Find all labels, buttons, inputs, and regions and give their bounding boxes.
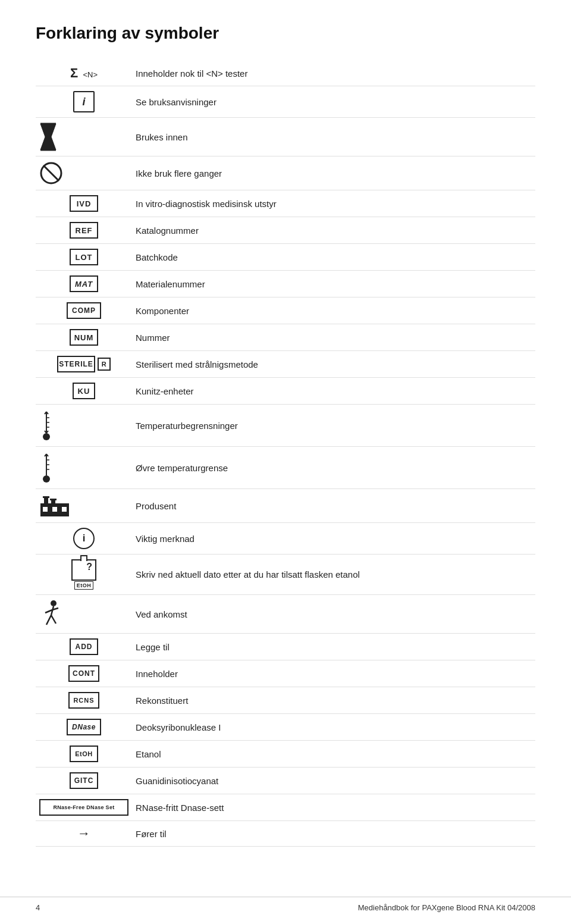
symbol-cell: CONT xyxy=(36,660,132,687)
symbol-cell: ? EtOH xyxy=(36,555,132,595)
table-row: LOT Batchkode xyxy=(36,244,535,271)
symbol-cell xyxy=(36,489,132,523)
n-label: <N> xyxy=(83,70,98,79)
description-cell: Rekonstituert xyxy=(132,687,535,714)
manufacturer-icon xyxy=(39,494,70,518)
description-cell: Inneholder nok til <N> tester xyxy=(132,61,535,86)
description-cell: Fører til xyxy=(132,821,535,847)
svg-rect-28 xyxy=(62,507,67,512)
table-row: Ikke bruk flere ganger xyxy=(36,156,535,190)
table-row: MAT Materialenummer xyxy=(36,271,535,297)
table-row: IVD In vitro-diagnostisk medisinsk utsty… xyxy=(36,190,535,217)
description-cell: Øvre temperaturgrense xyxy=(132,447,535,489)
page-content: Forklaring av symboler Σ <N> Inneholder … xyxy=(0,0,571,894)
description-cell: Materialenummer xyxy=(132,271,535,297)
table-row: CONT Inneholder xyxy=(36,660,535,687)
symbol-cell: ADD xyxy=(36,634,132,660)
svg-rect-23 xyxy=(51,500,55,505)
description-cell: Skriv ned aktuell dato etter at du har t… xyxy=(132,555,535,595)
svg-rect-27 xyxy=(52,507,57,512)
symbol-cell xyxy=(36,595,132,634)
table-row: Produsent xyxy=(36,489,535,523)
table-row: EtOH Etanol xyxy=(36,741,535,768)
rcns-icon: RCNS xyxy=(68,692,99,709)
description-cell: Viktig merknad xyxy=(132,523,535,555)
description-cell: Kunitz-enheter xyxy=(132,378,535,405)
table-row: NUM Nummer xyxy=(36,324,535,351)
symbol-cell: Σ <N> xyxy=(36,61,132,86)
svg-line-34 xyxy=(51,615,56,624)
table-row: Øvre temperaturgrense xyxy=(36,447,535,489)
dnase-icon: DNase xyxy=(67,719,101,735)
symbol-cell: → xyxy=(36,821,132,847)
description-cell: Etanol xyxy=(132,741,535,768)
table-row: DNase Deoksyribonuklease I xyxy=(36,714,535,741)
rnase-free-icon: RNase-Free DNase Set xyxy=(39,799,128,816)
symbol-cell xyxy=(36,447,132,489)
table-row: ? EtOH Skriv ned aktuell dato etter at d… xyxy=(36,555,535,595)
description-cell: Batchkode xyxy=(132,244,535,271)
description-cell: Legge til xyxy=(132,634,535,660)
svg-point-17 xyxy=(43,475,50,483)
temp-range-icon xyxy=(39,409,69,441)
symbol-cell: EtOH xyxy=(36,741,132,768)
svg-line-33 xyxy=(46,615,51,625)
symbol-cell: REF xyxy=(36,217,132,244)
ref-icon: REF xyxy=(70,222,98,239)
symbol-cell: IVD xyxy=(36,190,132,217)
description-cell: Inneholder xyxy=(132,660,535,687)
no-reuse-icon xyxy=(39,161,63,185)
i-box-icon: i xyxy=(73,91,95,112)
table-row: RCNS Rekonstituert xyxy=(36,687,535,714)
description-cell: In vitro-diagnostisk medisinsk utstyr xyxy=(132,190,535,217)
arrow-right-icon: → xyxy=(77,826,90,841)
svg-marker-0 xyxy=(40,124,56,150)
table-row: KU Kunitz-enheter xyxy=(36,378,535,405)
table-row: GITC Guanidinisotiocyanat xyxy=(36,768,535,794)
table-row: ADD Legge til xyxy=(36,634,535,660)
description-cell: Nummer xyxy=(132,324,535,351)
sterile-group-icon: STERILE R xyxy=(57,356,111,372)
num-icon: NUM xyxy=(70,329,98,346)
sterile-icon: STERILE xyxy=(57,356,95,372)
svg-line-4 xyxy=(43,165,59,181)
table-row: Brukes innen xyxy=(36,118,535,156)
symbol-cell: KU xyxy=(36,378,132,405)
svg-rect-24 xyxy=(43,496,49,498)
table-row: RNase-Free DNase Set RNase-fritt Dnase-s… xyxy=(36,794,535,821)
table-row: COMP Komponenter xyxy=(36,297,535,324)
description-cell: Brukes innen xyxy=(132,118,535,156)
symbol-cell xyxy=(36,118,132,156)
svg-rect-22 xyxy=(44,497,48,505)
ivd-icon: IVD xyxy=(70,195,98,212)
symbol-cell: i xyxy=(36,86,132,118)
description-cell: Ved ankomst xyxy=(132,595,535,634)
cont-icon: CONT xyxy=(68,665,99,682)
svg-rect-26 xyxy=(43,507,48,512)
description-cell: RNase-fritt Dnase-sett xyxy=(132,794,535,821)
r-icon: R xyxy=(98,358,111,371)
ku-icon: KU xyxy=(73,383,95,399)
description-cell: Katalognummer xyxy=(132,217,535,244)
svg-rect-25 xyxy=(50,499,57,500)
table-row: i Se bruksanvisninger xyxy=(36,86,535,118)
description-cell: Komponenter xyxy=(132,297,535,324)
symbol-cell: DNase xyxy=(36,714,132,741)
table-row: Temperaturbegrensninger xyxy=(36,405,535,447)
mat-icon: MAT xyxy=(70,275,98,292)
symbol-cell: RCNS xyxy=(36,687,132,714)
symbol-table: Σ <N> Inneholder nok til <N> tester i Se… xyxy=(36,61,535,847)
symbol-cell: MAT xyxy=(36,271,132,297)
page-footer: 4 Mediehåndbok for PAXgene Blood RNA Kit… xyxy=(0,897,571,912)
description-cell: Deoksyribonuklease I xyxy=(132,714,535,741)
symbol-cell: GITC xyxy=(36,768,132,794)
symbol-cell: COMP xyxy=(36,297,132,324)
page-title: Forklaring av symboler xyxy=(36,24,535,43)
description-cell: Guanidinisotiocyanat xyxy=(132,768,535,794)
svg-point-29 xyxy=(51,600,57,606)
symbol-cell xyxy=(36,156,132,190)
table-row: REF Katalognummer xyxy=(36,217,535,244)
hourglass-icon xyxy=(39,123,57,151)
description-cell: Sterilisert med strålnigsmetode xyxy=(132,351,535,378)
symbol-cell: LOT xyxy=(36,244,132,271)
